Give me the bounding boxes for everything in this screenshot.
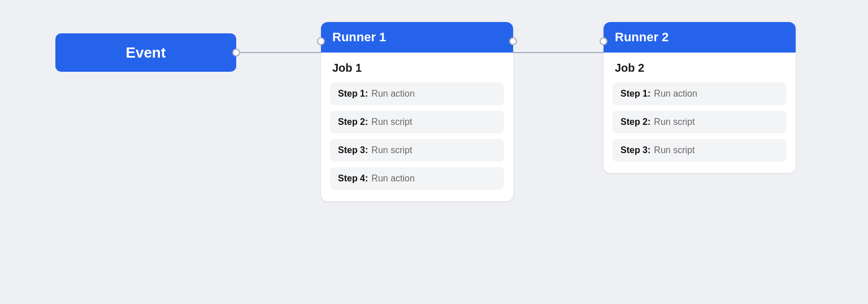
step-action: Run script [371, 117, 412, 127]
runner2-left-dot [600, 37, 607, 45]
step-action: Run action [371, 173, 415, 184]
runner2-step-1[interactable]: Step 1:Run action [613, 82, 787, 105]
workflow-canvas: Event Runner 1 Job 1 Step 1:Run actionSt… [38, 11, 830, 293]
runner2-card: Runner 2 Job 2 Step 1:Run actionStep 2:R… [604, 22, 796, 173]
runner1-title: Runner 1 [332, 30, 386, 45]
step-label: Step 1: [620, 89, 650, 99]
event-node-label: Event [126, 44, 166, 62]
runner2-step-3[interactable]: Step 3:Run script [613, 139, 787, 162]
runner1-right-dot [509, 37, 517, 45]
runner1-job-title: Job 1 [330, 62, 504, 75]
runner2-job-title: Job 2 [613, 62, 787, 75]
step-label: Step 4: [338, 173, 368, 184]
runner2-header: Runner 2 [604, 22, 796, 53]
step-label: Step 2: [620, 117, 650, 127]
step-label: Step 3: [620, 145, 650, 155]
step-label: Step 1: [338, 89, 368, 99]
step-action: Run action [654, 89, 697, 99]
runner2-title: Runner 2 [615, 30, 669, 45]
runner1-step-4[interactable]: Step 4:Run action [330, 167, 504, 190]
runner1-steps: Step 1:Run actionStep 2:Run scriptStep 3… [330, 82, 504, 190]
step-label: Step 2: [338, 117, 368, 127]
runner1-node[interactable]: Runner 1 Job 1 Step 1:Run actionStep 2:R… [321, 22, 513, 201]
step-action: Run script [654, 145, 695, 155]
runner1-step-3[interactable]: Step 3:Run script [330, 139, 504, 162]
runner2-step-2[interactable]: Step 2:Run script [613, 111, 787, 133]
runner2-body: Job 2 Step 1:Run actionStep 2:Run script… [604, 53, 796, 173]
step-action: Run script [654, 117, 695, 127]
runner1-card: Runner 1 Job 1 Step 1:Run actionStep 2:R… [321, 22, 513, 201]
runner1-body: Job 1 Step 1:Run actionStep 2:Run script… [321, 53, 513, 201]
event-node[interactable]: Event [55, 33, 236, 72]
step-label: Step 3: [338, 145, 368, 155]
step-action: Run action [371, 89, 415, 99]
event-right-dot [232, 49, 240, 57]
runner1-step-2[interactable]: Step 2:Run script [330, 111, 504, 133]
runner1-header: Runner 1 [321, 22, 513, 53]
runner1-left-dot [317, 37, 325, 45]
runner2-steps: Step 1:Run actionStep 2:Run scriptStep 3… [613, 82, 787, 162]
runner2-node[interactable]: Runner 2 Job 2 Step 1:Run actionStep 2:R… [604, 22, 796, 173]
step-action: Run script [371, 145, 412, 155]
runner1-step-1[interactable]: Step 1:Run action [330, 82, 504, 105]
